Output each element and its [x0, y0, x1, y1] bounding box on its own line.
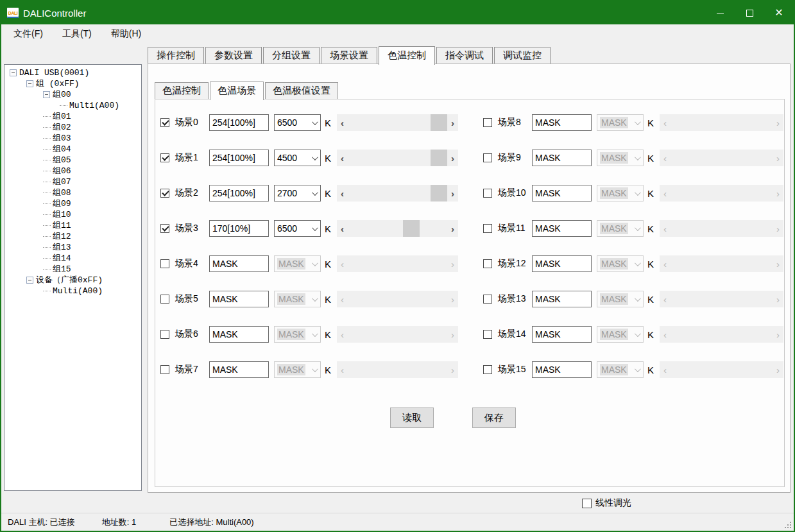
scene-checkbox[interactable] — [483, 189, 492, 198]
scene-temp-scrollbar[interactable]: ‹ › — [337, 326, 458, 343]
scrollbar-right-arrow-icon[interactable]: › — [773, 185, 783, 202]
scene-brightness-input[interactable] — [209, 185, 269, 202]
scrollbar-track[interactable] — [348, 326, 447, 343]
tree-node[interactable]: 组06 — [4, 166, 141, 176]
menu-item[interactable]: 帮助(H) — [104, 25, 148, 43]
scene-temp-scrollbar[interactable]: ‹ › — [337, 114, 458, 131]
scene-temp-dropdown[interactable]: MASK — [597, 255, 644, 272]
scene-temp-dropdown[interactable]: MASK — [597, 291, 644, 307]
scene-checkbox[interactable] — [483, 365, 492, 374]
scrollbar-right-arrow-icon[interactable]: › — [773, 291, 783, 307]
scene-checkbox[interactable] — [483, 330, 492, 339]
scrollbar-thumb[interactable] — [431, 114, 447, 131]
scene-checkbox[interactable] — [160, 118, 169, 127]
tab-场景设置[interactable]: 场景设置 — [321, 47, 377, 64]
scrollbar-left-arrow-icon[interactable]: ‹ — [337, 185, 348, 202]
tree-node[interactable]: Multi(A00) — [4, 286, 141, 296]
scrollbar-track[interactable] — [348, 255, 447, 272]
scrollbar-right-arrow-icon[interactable]: › — [773, 326, 783, 343]
menu-item[interactable]: 文件(F) — [6, 25, 50, 43]
scrollbar-right-arrow-icon[interactable]: › — [447, 361, 458, 378]
scrollbar-left-arrow-icon[interactable]: ‹ — [660, 150, 671, 166]
scene-brightness-input[interactable] — [209, 291, 269, 307]
tree-node[interactable]: 组02 — [4, 122, 141, 133]
scrollbar-right-arrow-icon[interactable]: › — [447, 185, 458, 202]
tree-node[interactable]: DALI USB(0001) — [4, 67, 141, 78]
tree-collapse-icon[interactable] — [10, 69, 17, 76]
scene-temp-dropdown[interactable]: MASK — [597, 220, 644, 237]
scrollbar-left-arrow-icon[interactable]: ‹ — [337, 291, 348, 307]
device-tree[interactable]: DALI USB(0001) 组 (0xFF) 组00 Multi(A00) 组… — [4, 64, 142, 491]
tree-collapse-icon[interactable] — [26, 80, 33, 87]
scene-temp-scrollbar[interactable]: ‹ › — [660, 326, 783, 343]
tab-色温控制[interactable]: 色温控制 — [379, 46, 435, 65]
tree-node[interactable]: 组04 — [4, 144, 141, 155]
scrollbar-left-arrow-icon[interactable]: ‹ — [337, 255, 348, 272]
scene-temp-dropdown[interactable]: MASK — [597, 326, 644, 343]
scene-temp-dropdown[interactable]: MASK — [274, 326, 321, 343]
scrollbar-track[interactable] — [348, 220, 447, 237]
resize-grip[interactable] — [783, 520, 791, 528]
maximize-button[interactable] — [735, 1, 764, 24]
scene-brightness-input[interactable] — [532, 255, 592, 272]
scene-temp-scrollbar[interactable]: ‹ › — [337, 185, 458, 202]
menu-item[interactable]: 工具(T) — [55, 25, 99, 43]
tab-指令调试[interactable]: 指令调试 — [436, 47, 493, 64]
tree-node[interactable]: Multi(A00) — [4, 100, 141, 111]
scene-brightness-input[interactable] — [209, 255, 269, 272]
scene-brightness-input[interactable] — [209, 361, 269, 378]
minimize-button[interactable] — [705, 1, 735, 24]
save-button[interactable]: 保存 — [472, 408, 516, 428]
tree-node[interactable]: 组13 — [4, 242, 141, 253]
scene-checkbox[interactable] — [160, 295, 169, 304]
scene-temp-scrollbar[interactable]: ‹ › — [337, 255, 458, 272]
scene-temp-dropdown[interactable]: MASK — [597, 150, 644, 166]
scrollbar-track[interactable] — [348, 114, 447, 131]
scrollbar-track[interactable] — [671, 291, 773, 307]
scrollbar-track[interactable] — [671, 326, 773, 343]
scrollbar-left-arrow-icon[interactable]: ‹ — [660, 114, 671, 131]
tree-node[interactable]: 组14 — [4, 253, 141, 264]
tab-色温控制[interactable]: 色温控制 — [155, 82, 209, 99]
tab-调试监控[interactable]: 调试监控 — [494, 47, 551, 64]
scrollbar-right-arrow-icon[interactable]: › — [773, 150, 783, 166]
scrollbar-right-arrow-icon[interactable]: › — [447, 150, 458, 166]
scrollbar-left-arrow-icon[interactable]: ‹ — [337, 361, 348, 378]
linear-dimming-checkbox[interactable] — [582, 499, 592, 508]
scene-temp-dropdown[interactable]: 6500 — [274, 114, 321, 131]
scrollbar-track[interactable] — [348, 150, 447, 166]
scrollbar-right-arrow-icon[interactable]: › — [773, 361, 783, 378]
tree-node[interactable]: 组12 — [4, 231, 141, 242]
tree-node[interactable]: 组07 — [4, 176, 141, 187]
scene-checkbox[interactable] — [483, 259, 492, 268]
tree-node[interactable]: 组10 — [4, 209, 141, 220]
tree-node[interactable]: 组15 — [4, 264, 141, 275]
scrollbar-left-arrow-icon[interactable]: ‹ — [660, 361, 671, 378]
scrollbar-track[interactable] — [671, 255, 773, 272]
tree-node[interactable]: 设备（广播0xFF) — [4, 275, 141, 286]
scrollbar-track[interactable] — [348, 291, 447, 307]
scrollbar-left-arrow-icon[interactable]: ‹ — [337, 114, 348, 131]
scene-brightness-input[interactable] — [532, 185, 592, 202]
scrollbar-right-arrow-icon[interactable]: › — [447, 220, 458, 237]
scene-temp-scrollbar[interactable]: ‹ › — [337, 150, 458, 166]
scrollbar-track[interactable] — [348, 185, 447, 202]
tree-node[interactable]: 组03 — [4, 133, 141, 144]
scene-temp-scrollbar[interactable]: ‹ › — [337, 361, 458, 378]
scrollbar-left-arrow-icon[interactable]: ‹ — [337, 220, 348, 237]
scene-temp-scrollbar[interactable]: ‹ › — [660, 114, 783, 131]
scrollbar-left-arrow-icon[interactable]: ‹ — [337, 150, 348, 166]
scene-checkbox[interactable] — [483, 118, 492, 127]
scene-temp-scrollbar[interactable]: ‹ › — [660, 361, 783, 378]
scrollbar-left-arrow-icon[interactable]: ‹ — [337, 326, 348, 343]
tab-色温场景[interactable]: 色温场景 — [210, 82, 264, 100]
scene-temp-scrollbar[interactable]: ‹ › — [660, 220, 783, 237]
scrollbar-left-arrow-icon[interactable]: ‹ — [660, 185, 671, 202]
scene-brightness-input[interactable] — [532, 361, 592, 378]
scene-brightness-input[interactable] — [532, 114, 592, 131]
scene-temp-scrollbar[interactable]: ‹ › — [337, 291, 458, 307]
scene-brightness-input[interactable] — [209, 150, 269, 166]
scrollbar-thumb[interactable] — [403, 220, 420, 237]
tree-node[interactable]: 组00 — [4, 89, 141, 100]
scene-brightness-input[interactable] — [209, 114, 269, 131]
